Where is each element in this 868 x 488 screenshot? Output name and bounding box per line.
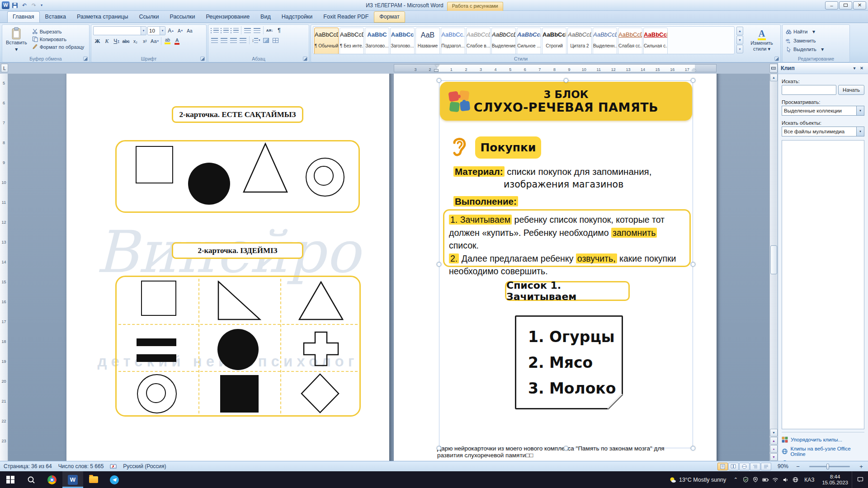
status-page-indicator[interactable]: Страница: 36 из 64 — [4, 463, 52, 469]
tab-review[interactable]: Рецензирование — [201, 11, 255, 23]
hruler-left-margin[interactable]: 321 — [394, 64, 437, 72]
print-layout-view-button[interactable] — [717, 463, 728, 470]
show-marks-button[interactable]: ¶ — [275, 26, 283, 34]
style-quote2[interactable]: АаBbCcDсЦитата 2 — [567, 28, 592, 54]
redo-button[interactable]: ↷ — [30, 1, 38, 9]
style-subtle-reference[interactable]: АаBbCcDсСлабая сс... — [618, 28, 642, 54]
taskbar-explorer-button[interactable] — [83, 471, 104, 488]
change-styles-button[interactable]: А Изменить стили ▾ — [745, 26, 778, 54]
action-center-button[interactable] — [852, 471, 868, 488]
clip-pane-header[interactable]: Клип ▾ ✕ — [778, 63, 868, 74]
tab-home[interactable]: Главная — [7, 11, 40, 23]
bold-button[interactable]: Ж — [93, 37, 102, 45]
selection-handle-br[interactable] — [691, 446, 695, 450]
tray-expand-button[interactable]: ⌃ — [731, 471, 741, 488]
clip-collections-select[interactable]: Выделенные коллекции▾ — [782, 106, 864, 116]
tab-page-layout[interactable]: Разметка страницы — [71, 11, 133, 23]
qat-customize-button[interactable]: ▾ — [39, 1, 44, 9]
italic-button[interactable]: К — [103, 37, 111, 45]
font-color-button[interactable]: А — [173, 37, 181, 45]
style-heading1[interactable]: АаBbСЗаголово... — [365, 28, 389, 54]
style-intense-emphasis[interactable]: АаBbCcDсСильное ... — [517, 28, 541, 54]
spellcheck-status-icon[interactable]: ✗ — [110, 464, 117, 469]
superscript-button[interactable]: х² — [141, 37, 149, 45]
tab-mailings[interactable]: Рассылки — [164, 11, 200, 23]
status-word-count[interactable]: Число слов: 5 665 — [58, 463, 104, 469]
fullscreen-reading-view-button[interactable] — [728, 463, 739, 470]
tab-references[interactable]: Ссылки — [133, 11, 164, 23]
align-right-button[interactable] — [229, 36, 238, 44]
styles-dialog-launcher[interactable] — [774, 56, 779, 61]
outline-view-button[interactable] — [750, 463, 760, 470]
taskbar-clock[interactable]: 8:44 15.05.2023 — [818, 474, 852, 486]
selection-handle-tr[interactable] — [691, 78, 695, 83]
paste-button[interactable]: Вставить▾ — [4, 26, 29, 54]
clip-results-list[interactable] — [782, 140, 864, 429]
ruler-toggle-button[interactable] — [769, 64, 778, 73]
page-right[interactable]: 3 БЛОК СЛУХО-РЕЧЕВАЯ ПАМЯТЬ Покупки Мате… — [394, 74, 717, 461]
left-indent-marker[interactable] — [434, 69, 439, 72]
multilevel-list-button[interactable] — [230, 26, 239, 34]
vertical-ruler[interactable]: 567891011121314151617181920212223 — [0, 74, 8, 461]
zoom-slider[interactable] — [809, 466, 850, 467]
style-strong[interactable]: АаBbCcDсСтрогий — [542, 28, 566, 54]
browse-previous-button[interactable]: ▲ — [770, 437, 778, 445]
browse-select-button[interactable]: ● — [770, 445, 778, 453]
tray-volume-icon[interactable] — [780, 471, 790, 488]
style-heading2[interactable]: АаBbСсЗаголово... — [390, 28, 415, 54]
underline-button[interactable]: Ч▾ — [112, 37, 121, 45]
close-button[interactable]: ✕ — [853, 1, 866, 9]
zoom-in-button[interactable]: + — [858, 463, 864, 470]
save-button[interactable] — [11, 1, 19, 9]
font-name-combo[interactable]: ▾ — [93, 26, 146, 35]
bullets-button[interactable] — [210, 26, 219, 34]
scroll-down-button[interactable]: ▼ — [770, 429, 778, 436]
font-dialog-launcher[interactable] — [200, 56, 205, 61]
start-button[interactable] — [0, 471, 21, 488]
shading-button[interactable] — [262, 36, 270, 44]
font-size-combo[interactable]: 10▾ — [147, 26, 165, 35]
office-online-clips-link[interactable]: Клипы на веб-узле Office Online — [782, 446, 864, 457]
styles-scroll-down-button[interactable]: ▼ — [736, 36, 743, 44]
organize-clips-link[interactable]: Упорядочить клипы... — [782, 436, 864, 443]
zoom-level[interactable]: 90% — [778, 463, 788, 469]
styles-scroll-up-button[interactable]: ▲ — [736, 27, 743, 35]
tray-globe-icon[interactable] — [790, 471, 800, 488]
tab-format[interactable]: Формат — [374, 11, 405, 23]
browse-next-button[interactable]: ▼ — [770, 453, 778, 461]
tray-location-icon[interactable] — [750, 471, 760, 488]
scroll-up-button[interactable]: ▲ — [770, 74, 778, 81]
style-title[interactable]: АаВНазвание — [415, 28, 440, 54]
scroll-thumb[interactable] — [770, 245, 777, 274]
minimize-button[interactable]: – — [825, 1, 838, 9]
page-left[interactable]: Винейро детский нейропсихолог 2-карточка… — [66, 74, 389, 461]
style-normal[interactable]: АаBbCcDc¶ Обычный — [314, 28, 339, 54]
word-app-icon[interactable]: W — [2, 1, 9, 9]
tab-addins[interactable]: Надстройки — [276, 11, 318, 23]
borders-button[interactable] — [271, 36, 280, 44]
right-indent-marker[interactable] — [692, 68, 696, 71]
style-no-spacing[interactable]: АаBbCcDc¶ Без инте... — [340, 28, 364, 54]
style-subtitle[interactable]: АаBbСс.Подзагол... — [441, 28, 465, 54]
increase-indent-button[interactable] — [253, 26, 261, 34]
sort-button[interactable]: АЯ↓ — [265, 26, 274, 34]
taskbar-word-button[interactable]: W — [62, 471, 83, 488]
align-center-button[interactable] — [220, 36, 228, 44]
strikethrough-button[interactable]: abc — [122, 37, 130, 45]
hruler-text-area[interactable]: 1234567891011121314151617 — [437, 64, 695, 72]
zoom-slider-thumb[interactable] — [826, 464, 829, 469]
selection-handle-tm[interactable] — [564, 78, 568, 83]
highlight-color-button[interactable]: ab — [163, 37, 172, 45]
taskbar-chrome-button[interactable] — [42, 471, 62, 488]
format-painter-button[interactable]: Формат по образцу — [31, 43, 86, 50]
tab-view[interactable]: Вид — [255, 11, 276, 23]
grow-font-button[interactable]: А▴ — [166, 27, 175, 35]
style-intense-quote[interactable]: АаBbCcDсВыделенн... — [593, 28, 617, 54]
selection-handle-mr[interactable] — [691, 262, 695, 267]
first-line-indent-marker[interactable] — [435, 65, 439, 67]
clip-go-button[interactable]: Начать — [838, 85, 864, 95]
subscript-button[interactable]: х₂ — [131, 37, 140, 45]
selection-handle-tl[interactable] — [437, 78, 441, 83]
status-language[interactable]: Русский (Россия) — [123, 463, 166, 469]
clip-media-type-select[interactable]: Все файлы мультимедиа▾ — [782, 127, 864, 136]
